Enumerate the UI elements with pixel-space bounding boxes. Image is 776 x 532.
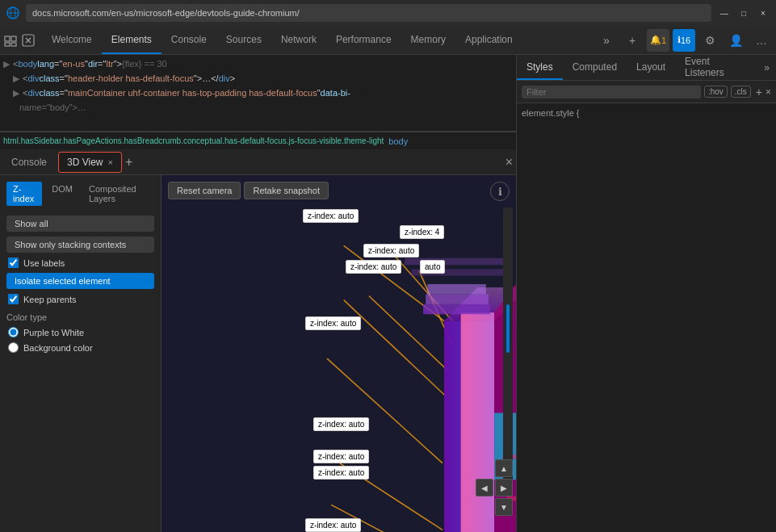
tab-memory[interactable]: Memory xyxy=(401,26,455,54)
reset-camera-button[interactable]: Reset camera xyxy=(168,182,241,199)
cls-badge[interactable]: .cls xyxy=(731,86,751,98)
tab-elements[interactable]: Elements xyxy=(102,26,161,54)
tab-console-bottom[interactable]: Console xyxy=(3,152,55,173)
zindex-label-1: z-index: auto xyxy=(303,209,359,223)
isolate-element-button[interactable]: Isolate selected element xyxy=(6,273,154,289)
devtools-icon xyxy=(3,33,18,48)
info-badge: ℹ 16 xyxy=(673,29,695,52)
styles-tab-computed[interactable]: Computed xyxy=(563,55,627,80)
dom-line-main: ▶ <div class="mainContainer uhf-containe… xyxy=(0,86,516,100)
use-labels-row: Use labels xyxy=(8,258,154,268)
add-panel-tab-icon[interactable]: + xyxy=(125,155,132,170)
styles-tab-styles[interactable]: Styles xyxy=(517,55,563,80)
nav-arrow-right[interactable]: ▶ xyxy=(495,479,513,496)
zindex-label-4: z-index: auto xyxy=(346,260,401,274)
color-type-label: Color type xyxy=(6,312,154,322)
retake-snapshot-button[interactable]: Retake snapshot xyxy=(244,182,329,199)
color-purple-radio[interactable] xyxy=(8,327,19,337)
scrollbar-thumb xyxy=(506,304,510,353)
subtab-dom[interactable]: DOM xyxy=(45,182,79,206)
devtools-tabs: Welcome Elements Console Sources Network… xyxy=(42,26,522,54)
dom-line-header: ▶ <div class="header-holder has-default-… xyxy=(0,71,516,86)
keep-parents-checkbox[interactable] xyxy=(8,294,19,304)
minimize-button[interactable]: — xyxy=(718,6,731,19)
close-panel-icon[interactable]: × xyxy=(505,155,513,170)
color-bg-radio[interactable] xyxy=(8,342,19,353)
zindex-label-6: z-index: auto xyxy=(313,417,369,431)
hov-badge[interactable]: :hov xyxy=(704,86,728,98)
close-button[interactable]: × xyxy=(757,6,770,19)
filter-input[interactable] xyxy=(522,86,701,98)
show-stacking-button[interactable]: Show only stacking contexts xyxy=(6,237,154,253)
nav-arrow-down[interactable]: ▼ xyxy=(495,498,513,516)
close-style-panel-icon[interactable]: × xyxy=(766,86,771,98)
add-style-icon[interactable]: + xyxy=(756,86,762,98)
color-purple-label: Purple to White xyxy=(23,328,84,337)
color-bg-label: Background color xyxy=(23,343,93,353)
close-3d-view-icon[interactable]: × xyxy=(108,157,113,167)
subtab-zindex[interactable]: Z-index xyxy=(6,182,42,206)
settings-icon[interactable]: ⚙ xyxy=(698,29,721,52)
tab-application[interactable]: Application xyxy=(455,26,522,54)
nav-arrows-top: ▲ xyxy=(476,459,513,477)
style-selector: element.style { xyxy=(522,108,580,118)
keep-parents-label: Keep parents xyxy=(23,295,76,304)
styles-tabs: Styles Computed Layout Event Listeners » xyxy=(517,55,776,81)
window-controls: — □ × xyxy=(718,6,770,19)
url-text: docs.microsoft.com/en-us/microsoft-edge/… xyxy=(32,8,300,18)
style-rule-element: element.style { xyxy=(522,108,771,118)
devtools-header: Welcome Elements Console Sources Network… xyxy=(0,26,776,55)
tab-performance[interactable]: Performance xyxy=(326,26,401,54)
breadcrumb-link[interactable]: html.hasSidebar.hasPageActions.hasBreadc… xyxy=(3,136,384,145)
zindex-label-9: z-index: auto xyxy=(305,518,361,532)
nav-arrows-mid: ◀ ▶ xyxy=(476,479,513,496)
zindex-label-2: z-index: 4 xyxy=(400,225,444,239)
nav-arrow-left[interactable]: ◀ xyxy=(476,479,493,496)
breadcrumb-bar: html.hasSidebar.hasPageActions.hasBreadc… xyxy=(0,132,516,149)
canvas-toolbar: Reset camera Retake snapshot xyxy=(168,182,329,199)
svg-rect-25 xyxy=(426,294,489,304)
browser-titlebar: docs.microsoft.com/en-us/microsoft-edge/… xyxy=(0,0,776,26)
zindex-label-4b: auto xyxy=(420,260,445,274)
svg-rect-6 xyxy=(11,43,16,46)
more-tabs-icon[interactable]: » xyxy=(595,29,618,52)
zindex-label-8: z-index: auto xyxy=(313,466,369,480)
browser-icon xyxy=(6,6,19,19)
add-tab-icon[interactable]: + xyxy=(621,29,644,52)
breadcrumb-body: body xyxy=(388,136,408,146)
nav-arrow-up[interactable]: ▲ xyxy=(495,459,513,477)
tab-welcome[interactable]: Welcome xyxy=(42,26,102,54)
canvas-3d[interactable]: Reset camera Retake snapshot ℹ xyxy=(161,175,516,532)
svg-line-14 xyxy=(344,300,446,396)
view-3d-area: Z-index DOM Composited Layers Show all S… xyxy=(0,175,516,532)
svg-rect-5 xyxy=(5,43,10,46)
info-icon[interactable]: ℹ xyxy=(490,182,510,201)
alert-badge: 🔔 1 xyxy=(647,29,669,52)
left-panel: ▶ <body lang="en-us" dir="ltr" > {flex} … xyxy=(0,55,517,532)
tab-3d-view[interactable]: 3D View × xyxy=(58,152,122,173)
main-content: ▶ <body lang="en-us" dir="ltr" > {flex} … xyxy=(0,55,776,532)
use-labels-checkbox[interactable] xyxy=(8,258,19,268)
color-bg-row: Background color xyxy=(8,342,154,353)
tab-network[interactable]: Network xyxy=(271,26,326,54)
svg-rect-24 xyxy=(423,304,490,314)
canvas-scrollbar[interactable] xyxy=(503,207,513,490)
styles-tab-events[interactable]: Event Listeners xyxy=(675,55,757,80)
styles-tab-layout[interactable]: Layout xyxy=(627,55,675,80)
maximize-button[interactable]: □ xyxy=(737,6,750,19)
more-menu-icon[interactable]: … xyxy=(750,29,773,52)
nav-arrows-bot: ▼ xyxy=(476,498,513,516)
svg-rect-26 xyxy=(427,284,486,294)
tab-console[interactable]: Console xyxy=(161,26,216,54)
styles-tab-more[interactable]: » xyxy=(757,62,776,73)
show-all-button[interactable]: Show all xyxy=(6,216,154,232)
use-labels-label: Use labels xyxy=(23,258,65,268)
tab-sources[interactable]: Sources xyxy=(216,26,271,54)
zindex-label-5: z-index: auto xyxy=(305,316,361,330)
user-icon[interactable]: 👤 xyxy=(724,29,747,52)
color-purple-row: Purple to White xyxy=(8,327,154,337)
url-bar[interactable]: docs.microsoft.com/en-us/microsoft-edge/… xyxy=(26,4,711,22)
subtab-composited[interactable]: Composited Layers xyxy=(82,182,154,206)
subtabs: Z-index DOM Composited Layers xyxy=(6,182,154,206)
keep-parents-row: Keep parents xyxy=(8,294,154,304)
